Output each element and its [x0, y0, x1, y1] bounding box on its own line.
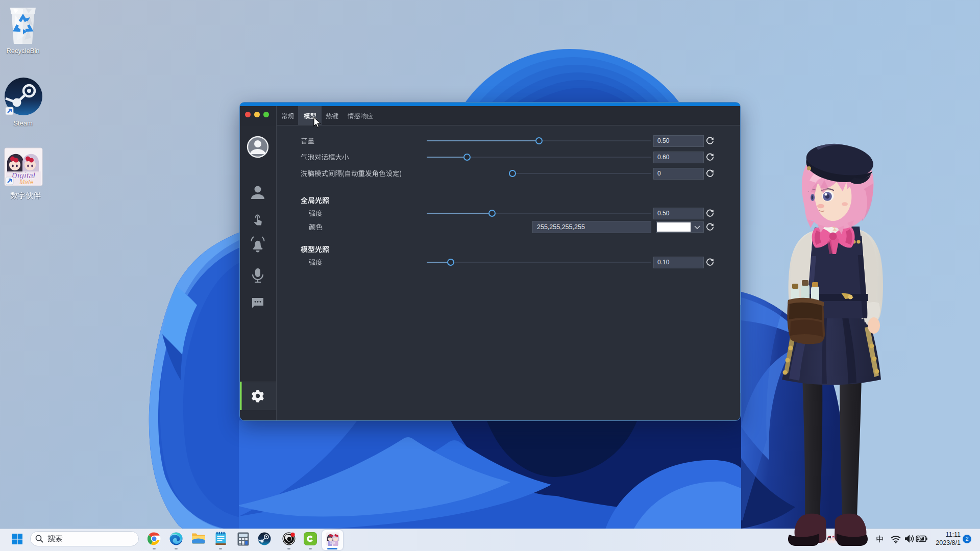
svg-text:Mate: Mate	[19, 179, 34, 186]
svg-text:DM: DM	[330, 541, 335, 544]
